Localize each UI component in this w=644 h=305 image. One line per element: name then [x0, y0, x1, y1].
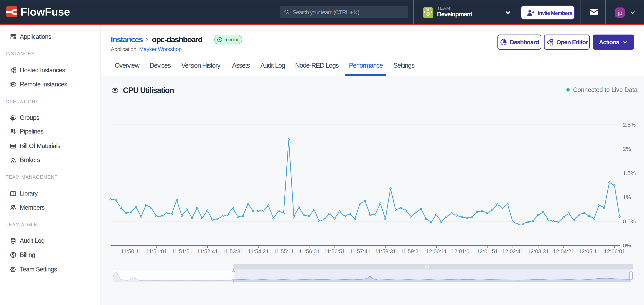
svg-text:11:50:11: 11:50:11: [121, 249, 141, 255]
svg-text:11:56:51: 11:56:51: [324, 249, 345, 255]
svg-text:2.5%: 2.5%: [623, 122, 636, 128]
svg-text:1%: 1%: [623, 194, 631, 200]
svg-text:11:54:21: 11:54:21: [248, 249, 269, 255]
svg-text:11:57:41: 11:57:41: [350, 249, 370, 255]
svg-text:12:04:21: 12:04:21: [553, 249, 574, 255]
svg-text:11:52:41: 11:52:41: [197, 249, 218, 255]
svg-text:11:53:31: 11:53:31: [222, 249, 243, 255]
svg-text:2%: 2%: [623, 146, 631, 152]
svg-text:12:05:11: 12:05:11: [579, 249, 600, 255]
svg-text:12:00:11: 12:00:11: [426, 249, 447, 255]
svg-text:0%: 0%: [623, 242, 631, 249]
svg-text:11:58:31: 11:58:31: [375, 249, 396, 255]
svg-text:0.5%: 0.5%: [623, 218, 636, 225]
svg-text:12:01:51: 12:01:51: [477, 249, 498, 255]
svg-text:12:02:41: 12:02:41: [502, 249, 523, 255]
svg-text:1.5%: 1.5%: [623, 170, 636, 176]
svg-text:11:59:21: 11:59:21: [401, 249, 422, 255]
svg-text:12:01:01: 12:01:01: [451, 249, 472, 255]
svg-text:11:51:51: 11:51:51: [172, 249, 192, 255]
svg-text:12:03:31: 12:03:31: [528, 249, 549, 255]
svg-text:11:51:01: 11:51:01: [146, 249, 167, 255]
svg-text:11:56:01: 11:56:01: [299, 249, 320, 255]
svg-text:11:55:11: 11:55:11: [274, 249, 294, 255]
svg-text:12:06:01: 12:06:01: [604, 249, 625, 255]
